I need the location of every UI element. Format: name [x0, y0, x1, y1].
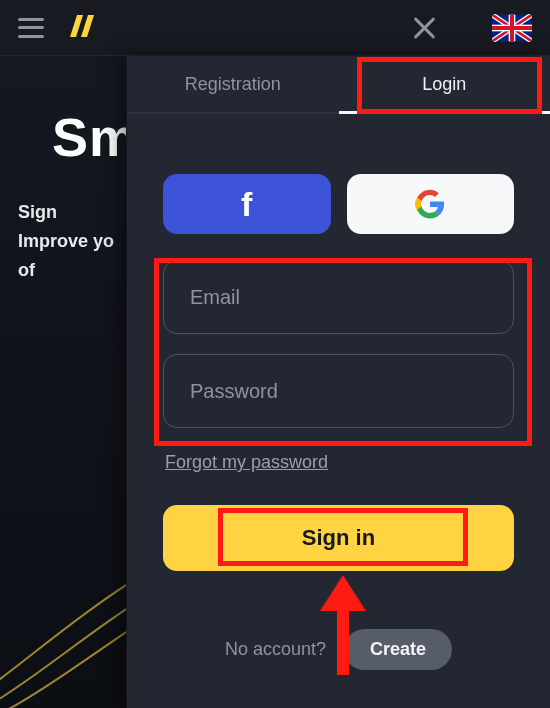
close-icon[interactable] [410, 14, 438, 42]
auth-tabs: Registration Login [127, 56, 550, 114]
social-login-row: f [163, 174, 514, 234]
hamburger-menu-icon[interactable] [18, 18, 44, 38]
signin-button[interactable]: Sign in [163, 505, 514, 571]
auth-panel-body: f Forgot my password Sign in No account?… [127, 114, 550, 670]
auth-panel: Registration Login f Forgot my password … [126, 56, 550, 708]
facebook-icon: f [241, 185, 252, 224]
no-account-text: No account? [225, 639, 326, 660]
password-field[interactable] [163, 354, 514, 428]
google-login-button[interactable] [347, 174, 515, 234]
svg-rect-4 [492, 26, 532, 30]
tab-login[interactable]: Login [339, 56, 551, 112]
create-account-row: No account? Create [163, 629, 514, 670]
language-flag-uk[interactable] [492, 14, 532, 42]
forgot-password-link[interactable]: Forgot my password [165, 452, 328, 473]
email-field[interactable] [163, 260, 514, 334]
create-account-button[interactable]: Create [344, 629, 452, 670]
facebook-login-button[interactable]: f [163, 174, 331, 234]
google-icon [415, 189, 445, 219]
brand-logo-icon[interactable] [68, 12, 96, 44]
top-bar [0, 0, 550, 56]
tab-registration[interactable]: Registration [127, 56, 339, 112]
